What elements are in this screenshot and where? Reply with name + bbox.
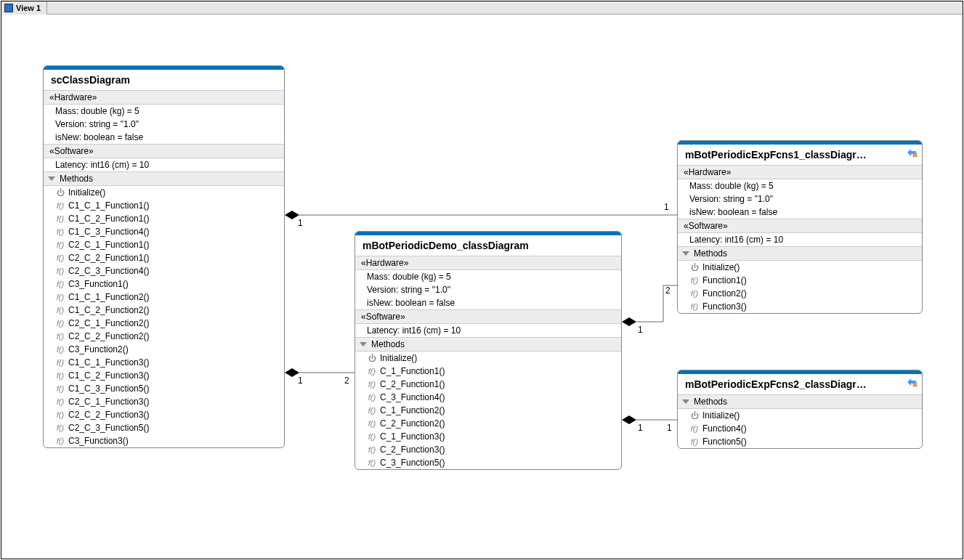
method-row: f()C_3_Function5() xyxy=(355,456,621,469)
class-mBotPeriodicDemo[interactable]: mBotPeriodicDemo_classDiagram «Hardware»… xyxy=(355,231,622,470)
attr: Latency: int16 (cm) = 10 xyxy=(355,324,621,337)
methods-header[interactable]: Methods xyxy=(678,246,922,261)
function-icon: f() xyxy=(55,423,65,432)
tab-label: View 1 xyxy=(16,4,41,12)
mult-sc-out-2a: 1 xyxy=(298,376,303,386)
mult-exp1-in-top: 1 xyxy=(664,202,669,212)
method-text: C_3_Function5() xyxy=(380,458,445,468)
function-icon: f() xyxy=(367,445,377,454)
class-name: mBotPeriodicDemo_classDiagram xyxy=(355,235,621,256)
method-row: f()C1_C_1_Function3() xyxy=(44,356,284,369)
tab-view-1[interactable]: View 1 xyxy=(1,1,47,15)
method-text: C1_C_2_Function2() xyxy=(68,305,149,315)
class-scClassDiagram[interactable]: scClassDiagram «Hardware» Mass: double (… xyxy=(43,65,285,448)
method-row: f()Function3() xyxy=(678,300,922,313)
class-name-text: mBotPeriodicExpFcns2_classDiagr… xyxy=(685,378,867,390)
methods-header[interactable]: Methods xyxy=(678,394,922,409)
method-row: f()C3_Function3() xyxy=(44,434,284,447)
function-icon: f() xyxy=(55,201,65,210)
function-icon: f() xyxy=(55,345,65,354)
method-row: f()Function4() xyxy=(678,422,922,435)
method-row: f()C3_Function1() xyxy=(44,277,284,291)
mult-demo-exp1-r: 2 xyxy=(665,285,671,296)
method-row: f()C3_Function2() xyxy=(44,343,284,356)
method-text: C1_C_1_Function3() xyxy=(68,357,149,368)
class-name: mBotPeriodicExpFcns1_classDiagr… xyxy=(678,145,922,165)
method-text: C2_C_1_Function2() xyxy=(68,318,149,328)
attr: isNew: boolean = false xyxy=(355,296,621,309)
function-icon: f() xyxy=(367,406,377,415)
method-text: C_2_Function2() xyxy=(380,418,445,429)
function-icon: f() xyxy=(55,214,65,223)
mult-demo-exp2-l: 1 xyxy=(638,423,643,433)
stereo-hardware: «Hardware» xyxy=(44,90,284,105)
methods-label: Methods xyxy=(60,174,93,184)
tab-bar: View 1 xyxy=(1,1,963,15)
method-row: f()C1_C_3_Function4() xyxy=(44,225,284,238)
function-icon: f() xyxy=(55,306,65,315)
method-text: Initialize() xyxy=(380,353,417,363)
method-row: f()C_2_Function3() xyxy=(355,443,621,456)
method-text: C_1_Function3() xyxy=(380,431,445,442)
method-row: f()C1_C_3_Function5() xyxy=(44,382,284,395)
method-text: C3_Function2() xyxy=(68,344,129,354)
chevron-down-icon xyxy=(360,342,367,346)
method-text: C3_Function1() xyxy=(68,279,129,289)
class-name: scClassDiagram xyxy=(44,70,284,90)
method-text: Function3() xyxy=(702,301,747,312)
method-text: C_1_Function1() xyxy=(380,366,445,376)
method-text: C_1_Function2() xyxy=(380,405,445,415)
method-text: C2_C_3_Function4() xyxy=(68,266,149,276)
method-row: f()C1_C_2_Function3() xyxy=(44,369,284,382)
method-row: f()C_1_Function1() xyxy=(355,365,621,378)
method-text: C2_C_3_Function5() xyxy=(68,423,149,433)
function-icon: f() xyxy=(55,253,65,262)
methods-label: Methods xyxy=(371,339,405,349)
attr: Latency: int16 (cm) = 10 xyxy=(44,158,284,171)
method-initialize: ⏻Initialize() xyxy=(44,186,284,199)
class-mBotPeriodicExpFcns1[interactable]: mBotPeriodicExpFcns1_classDiagr… «Hardwa… xyxy=(677,140,923,314)
method-row: f()C_1_Function2() xyxy=(355,404,621,417)
function-icon: f() xyxy=(55,280,65,288)
function-icon: f() xyxy=(55,293,65,301)
method-text: C2_C_1_Function1() xyxy=(68,240,149,250)
method-text: C_2_Function3() xyxy=(380,445,445,455)
svg-rect-12 xyxy=(913,383,917,386)
class-mBotPeriodicExpFcns2[interactable]: mBotPeriodicExpFcns2_classDiagr… Methods… xyxy=(677,370,923,449)
method-text: C2_C_2_Function3() xyxy=(68,410,149,420)
function-icon: f() xyxy=(367,432,377,441)
attr: isNew: boolean = false xyxy=(678,206,922,219)
power-icon: ⏻ xyxy=(55,188,65,197)
function-icon: f() xyxy=(55,319,65,328)
attr: Mass: double (kg) = 5 xyxy=(44,105,284,118)
mult-sc-out-2b: 2 xyxy=(344,376,349,386)
function-icon: f() xyxy=(55,437,65,445)
function-icon: f() xyxy=(689,276,700,285)
function-icon: f() xyxy=(55,410,65,419)
function-icon: f() xyxy=(367,458,377,467)
method-text: C2_C_2_Function2() xyxy=(68,331,149,341)
methods-label: Methods xyxy=(694,248,727,259)
function-icon: f() xyxy=(55,397,65,406)
methods-header[interactable]: Methods xyxy=(355,337,621,352)
attr: Mass: double (kg) = 5 xyxy=(355,270,621,283)
method-text: C_3_Function4() xyxy=(380,392,445,402)
attr: Version: string = "1.0" xyxy=(44,118,284,131)
method-row: f()C2_C_1_Function3() xyxy=(44,395,284,408)
class-name: mBotPeriodicExpFcns2_classDiagr… xyxy=(678,374,922,394)
method-row: f()C1_C_2_Function2() xyxy=(44,304,284,317)
method-row: f()C_1_Function3() xyxy=(355,430,621,443)
function-icon: f() xyxy=(689,289,700,298)
method-row: f()C2_C_1_Function2() xyxy=(44,317,284,330)
method-text: C1_C_2_Function1() xyxy=(68,214,149,224)
method-row: f()C_3_Function4() xyxy=(355,391,621,404)
canvas[interactable]: 1 1 1 2 1 2 1 1 scClassDiagram «Hardware… xyxy=(1,15,963,559)
tab-icon xyxy=(4,4,13,12)
function-icon: f() xyxy=(55,384,65,393)
function-icon: f() xyxy=(367,380,377,389)
methods-header[interactable]: Methods xyxy=(44,171,284,186)
chevron-down-icon xyxy=(48,176,55,181)
power-icon: ⏻ xyxy=(367,354,377,362)
function-icon: f() xyxy=(55,358,65,367)
function-icon: f() xyxy=(55,332,65,341)
